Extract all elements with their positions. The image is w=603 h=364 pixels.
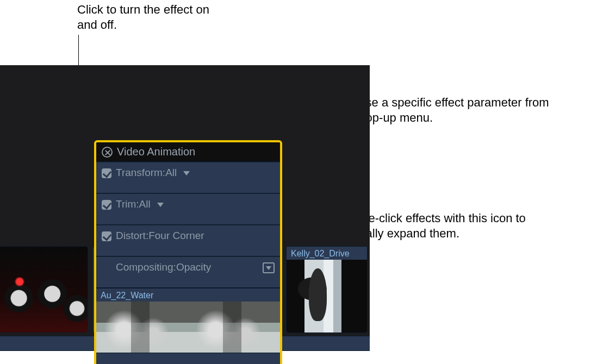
panel-clip-section: Au_22_Water (96, 288, 280, 353)
chevron-down-icon[interactable] (157, 203, 164, 207)
close-icon[interactable] (102, 147, 113, 158)
effect-toggle-checkbox[interactable] (102, 231, 111, 241)
clip-label: Kelly_02_Drive (287, 247, 367, 260)
effect-label: Transform:All (116, 167, 177, 179)
callout-text: Click to turn the effect on and off. (77, 3, 209, 32)
clip-thumbnail (188, 302, 280, 353)
panel-footer-track[interactable] (96, 353, 280, 364)
timeline-clip-left[interactable] (0, 246, 88, 333)
callout-toggle-effect: Click to turn the effect on and off. (77, 2, 219, 33)
clip-label: Au_22_Water (96, 288, 280, 302)
effect-row-compositing[interactable]: Compositing:Opacity (96, 256, 280, 288)
video-animation-panel: Video Animation Transform:All Trim:All D… (94, 140, 282, 364)
clip-thumbnail (96, 302, 188, 353)
effect-label: Compositing:Opacity (116, 261, 211, 273)
clip-thumbnail (287, 260, 367, 332)
expand-down-icon[interactable] (263, 262, 275, 273)
app-dark-area: Kelly_02_Drive Video Animation Transform… (0, 65, 370, 347)
panel-title: Video Animation (117, 146, 195, 158)
effect-row-transform[interactable]: Transform:All (96, 162, 280, 193)
effect-toggle-checkbox[interactable] (102, 168, 111, 178)
timeline-clip-right[interactable]: Kelly_02_Drive (286, 246, 368, 333)
chevron-down-icon[interactable] (183, 171, 190, 175)
effect-row-trim[interactable]: Trim:All (96, 193, 280, 225)
panel-header: Video Animation (96, 142, 280, 162)
effect-label: Distort:Four Corner (116, 230, 204, 242)
effect-label: Trim:All (116, 198, 151, 210)
callout-expand-icon: Double-click effects with this icon to v… (337, 211, 565, 241)
callout-parameter-menu: Choose a specific effect parameter from … (337, 95, 565, 125)
effect-toggle-checkbox[interactable] (102, 200, 111, 210)
clip-thumbnail (0, 247, 88, 332)
effect-row-distort[interactable]: Distort:Four Corner (96, 225, 280, 256)
